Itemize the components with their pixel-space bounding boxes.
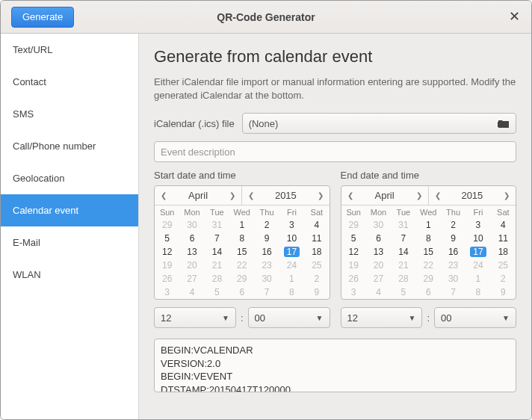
calendar-day[interactable]: 22 [229, 259, 254, 272]
end-month-selector[interactable]: ❮ April ❯ [341, 186, 428, 205]
start-minute-select[interactable]: 00▼ [248, 307, 330, 328]
calendar-day[interactable]: 23 [441, 259, 466, 272]
calendar-day[interactable]: 17 [279, 245, 304, 259]
chevron-right-icon[interactable]: ❯ [315, 190, 327, 201]
calendar-day[interactable]: 19 [341, 259, 366, 272]
calendar-day[interactable]: 11 [304, 232, 329, 245]
calendar-day[interactable]: 2 [254, 218, 279, 232]
chevron-left-icon[interactable]: ❮ [432, 190, 444, 201]
calendar-day[interactable]: 9 [441, 232, 466, 245]
calendar-day[interactable]: 27 [366, 272, 391, 285]
chevron-left-icon[interactable]: ❮ [158, 190, 170, 201]
end-calendar[interactable]: ❮ April ❯ ❮ 2015 ❯ SunMonTueWedThuFriSat… [341, 185, 517, 300]
calendar-day[interactable]: 18 [304, 245, 329, 259]
calendar-day[interactable]: 18 [491, 245, 516, 259]
chevron-right-icon[interactable]: ❯ [413, 190, 425, 201]
calendar-day[interactable]: 8 [466, 285, 490, 299]
icalendar-output[interactable]: BEGIN:VCALENDAR VERSION:2.0 BEGIN:VEVENT… [154, 339, 516, 392]
calendar-day[interactable]: 1 [229, 218, 254, 232]
calendar-day[interactable]: 13 [179, 245, 204, 259]
calendar-day[interactable]: 30 [366, 218, 391, 232]
calendar-day[interactable]: 29 [341, 218, 366, 232]
calendar-day[interactable]: 26 [155, 272, 179, 285]
calendar-day[interactable]: 31 [205, 218, 229, 232]
calendar-day[interactable]: 12 [155, 245, 179, 259]
calendar-day[interactable]: 9 [491, 285, 516, 299]
calendar-day[interactable]: 3 [155, 285, 179, 299]
start-hour-select[interactable]: 12▼ [154, 307, 236, 328]
calendar-day[interactable]: 11 [491, 232, 516, 245]
sidebar-item-sms[interactable]: SMS [1, 98, 138, 130]
calendar-day[interactable]: 20 [366, 259, 391, 272]
calendar-day[interactable]: 4 [304, 218, 329, 232]
calendar-day[interactable]: 16 [441, 245, 466, 259]
calendar-day[interactable]: 12 [341, 245, 366, 259]
chevron-right-icon[interactable]: ❯ [501, 190, 513, 201]
calendar-day[interactable]: 29 [155, 218, 179, 232]
sidebar-item-email[interactable]: E-Mail [1, 226, 138, 259]
calendar-day[interactable]: 24 [279, 259, 304, 272]
calendar-day[interactable]: 15 [229, 245, 254, 259]
calendar-day[interactable]: 22 [416, 259, 441, 272]
calendar-day[interactable]: 29 [416, 272, 441, 285]
calendar-day[interactable]: 31 [391, 218, 415, 232]
calendar-day[interactable]: 23 [254, 259, 279, 272]
calendar-day[interactable]: 29 [229, 272, 254, 285]
calendar-day[interactable]: 1 [279, 272, 304, 285]
calendar-day[interactable]: 25 [304, 259, 329, 272]
calendar-day[interactable]: 3 [279, 218, 304, 232]
calendar-day[interactable]: 10 [279, 232, 304, 245]
chevron-left-icon[interactable]: ❮ [245, 190, 257, 201]
calendar-day[interactable]: 6 [416, 285, 441, 299]
ics-file-chooser[interactable]: (None) [242, 113, 516, 134]
calendar-day[interactable]: 9 [254, 232, 279, 245]
calendar-day[interactable]: 14 [205, 245, 229, 259]
calendar-day[interactable]: 30 [441, 272, 466, 285]
calendar-day[interactable]: 13 [366, 245, 391, 259]
calendar-day[interactable]: 5 [205, 285, 229, 299]
chevron-left-icon[interactable]: ❮ [344, 190, 356, 201]
close-button[interactable]: ✕ [507, 10, 521, 23]
calendar-day[interactable]: 27 [179, 272, 204, 285]
end-minute-select[interactable]: 00▼ [434, 307, 516, 328]
calendar-day[interactable]: 3 [466, 218, 490, 232]
calendar-day[interactable]: 7 [254, 285, 279, 299]
chevron-right-icon[interactable]: ❯ [226, 190, 238, 201]
calendar-day[interactable]: 1 [416, 218, 441, 232]
calendar-day[interactable]: 30 [179, 218, 204, 232]
calendar-day[interactable]: 24 [466, 259, 490, 272]
calendar-day[interactable]: 30 [254, 272, 279, 285]
sidebar-item-wlan[interactable]: WLAN [1, 259, 138, 291]
calendar-day[interactable]: 2 [441, 218, 466, 232]
calendar-day[interactable]: 5 [391, 285, 415, 299]
sidebar-item-calendar-event[interactable]: Calendar event [1, 194, 138, 226]
calendar-day[interactable]: 28 [391, 272, 415, 285]
event-description-input[interactable] [154, 141, 516, 162]
calendar-day[interactable]: 7 [205, 232, 229, 245]
calendar-day[interactable]: 7 [391, 232, 415, 245]
calendar-day[interactable]: 8 [416, 232, 441, 245]
calendar-day[interactable]: 2 [491, 272, 516, 285]
sidebar-item-geolocation[interactable]: Geolocation [1, 162, 138, 194]
calendar-day[interactable]: 14 [391, 245, 415, 259]
calendar-day[interactable]: 3 [341, 285, 366, 299]
calendar-day[interactable]: 8 [229, 232, 254, 245]
calendar-day[interactable]: 9 [304, 285, 329, 299]
calendar-day[interactable]: 4 [491, 218, 516, 232]
calendar-day[interactable]: 4 [366, 285, 391, 299]
sidebar-item-text-url[interactable]: Text/URL [1, 34, 138, 66]
calendar-day[interactable]: 25 [491, 259, 516, 272]
calendar-day[interactable]: 1 [466, 272, 490, 285]
calendar-day[interactable]: 21 [391, 259, 415, 272]
sidebar-item-call[interactable]: Call/Phone number [1, 130, 138, 162]
start-calendar[interactable]: ❮ April ❯ ❮ 2015 ❯ SunMonTueWedThuFriSat… [154, 185, 330, 300]
calendar-day[interactable]: 21 [205, 259, 229, 272]
end-hour-select[interactable]: 12▼ [341, 307, 423, 328]
calendar-day[interactable]: 8 [279, 285, 304, 299]
calendar-day[interactable]: 5 [341, 232, 366, 245]
end-year-selector[interactable]: ❮ 2015 ❯ [428, 186, 516, 205]
calendar-day[interactable]: 20 [179, 259, 204, 272]
calendar-day[interactable]: 17 [466, 245, 490, 259]
calendar-day[interactable]: 15 [416, 245, 441, 259]
calendar-day[interactable]: 6 [229, 285, 254, 299]
